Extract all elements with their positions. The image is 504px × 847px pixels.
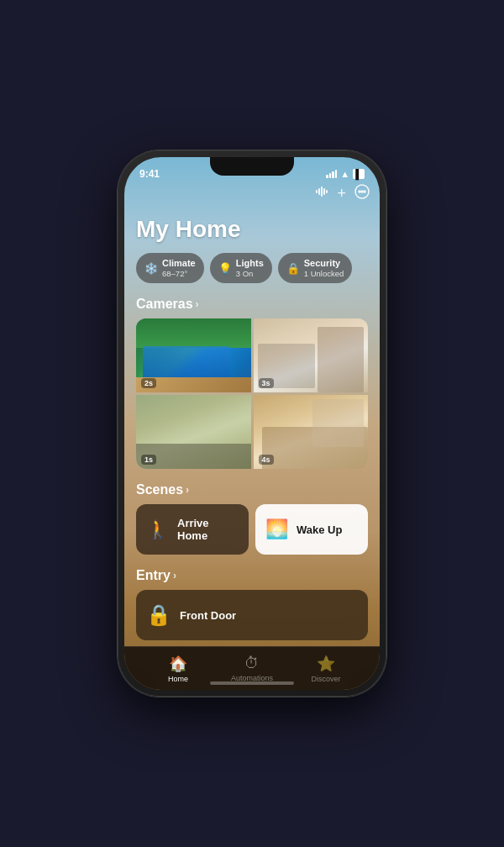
climate-icon: ❄️ (144, 262, 158, 275)
arrive-home-icon: 🚶 (146, 518, 169, 540)
camera-gym-label: 3s (259, 378, 274, 388)
svg-rect-1 (318, 188, 320, 195)
automations-tab-icon: ⏱ (244, 655, 260, 672)
climate-sub: 68–72° (162, 269, 196, 278)
camera-pool-label: 2s (141, 378, 156, 388)
entry-section-header[interactable]: Entry › (136, 568, 368, 583)
wifi-icon: ▲ (340, 169, 349, 179)
camera-living[interactable]: 4s (254, 395, 369, 469)
scene-arrive-home[interactable]: 🚶 Arrive Home (136, 504, 249, 555)
phone-frame: 9:41 ▲ ▌ (118, 150, 386, 697)
header-toolbar: + (315, 184, 370, 203)
entry-front-door[interactable]: 🔒 Front Door (136, 590, 368, 640)
phone-screen: 9:41 ▲ ▌ (124, 157, 380, 690)
battery-icon: ▌ (353, 169, 365, 179)
signal-icon (326, 170, 337, 178)
wake-up-label: Wake Up (297, 523, 342, 536)
security-sub: 1 Unlocked (304, 269, 344, 278)
scenes-grid: 🚶 Arrive Home 🌅 Wake Up (136, 504, 368, 555)
cameras-section-header[interactable]: Cameras › (136, 297, 368, 312)
tab-home[interactable]: 🏠 Home (141, 651, 215, 687)
lights-label: Lights (236, 258, 264, 269)
status-time: 9:41 (139, 168, 160, 180)
page-title: My Home (136, 216, 368, 243)
cameras-label: Cameras (136, 297, 193, 312)
svg-point-7 (361, 191, 363, 192)
security-icon: 🔒 (286, 262, 300, 275)
camera-grid: 2s 3s 1s (136, 318, 368, 469)
wake-up-icon: 🌅 (265, 518, 288, 540)
camera-pool[interactable]: 2s (136, 318, 251, 392)
status-icons: ▲ ▌ (326, 169, 365, 179)
voice-button[interactable] (315, 185, 328, 202)
content-area: My Home ❄️ Climate 68–72° 💡 Lights 3 On (124, 157, 380, 646)
security-label: Security (304, 258, 344, 269)
home-tab-icon: 🏠 (169, 655, 187, 673)
pill-climate[interactable]: ❄️ Climate 68–72° (136, 253, 204, 283)
scene-wake-up[interactable]: 🌅 Wake Up (255, 504, 368, 555)
camera-parking-label: 1s (141, 455, 156, 465)
front-door-label: Front Door (180, 609, 236, 622)
svg-rect-0 (316, 190, 318, 193)
scenes-label: Scenes (136, 482, 183, 497)
lights-icon: 💡 (218, 262, 232, 275)
climate-label: Climate (162, 258, 196, 269)
front-door-icon: 🔒 (146, 603, 171, 627)
svg-rect-4 (326, 190, 328, 193)
camera-living-label: 4s (259, 455, 274, 465)
svg-point-6 (359, 191, 360, 192)
camera-parking[interactable]: 1s (136, 395, 251, 469)
lights-sub: 3 On (236, 269, 264, 278)
tab-discover[interactable]: ⭐ Discover (289, 651, 363, 687)
arrive-home-label: Arrive Home (177, 517, 239, 542)
home-tab-label: Home (168, 675, 188, 683)
scenes-section-header[interactable]: Scenes › (136, 482, 368, 497)
notch (210, 157, 294, 176)
add-button[interactable]: + (337, 185, 346, 203)
cameras-chevron: › (196, 298, 199, 310)
entry-label: Entry (136, 568, 171, 583)
svg-rect-2 (321, 187, 323, 197)
discover-tab-icon: ⭐ (317, 655, 335, 673)
svg-rect-3 (323, 188, 325, 195)
scenes-chevron: › (186, 484, 189, 496)
tab-automations[interactable]: ⏱ Automations (215, 651, 289, 686)
pill-lights[interactable]: 💡 Lights 3 On (210, 253, 272, 283)
camera-gym[interactable]: 3s (254, 318, 369, 392)
more-button[interactable] (354, 184, 370, 203)
category-pills: ❄️ Climate 68–72° 💡 Lights 3 On 🔒 (136, 253, 368, 283)
discover-tab-label: Discover (311, 675, 340, 683)
entry-chevron: › (173, 570, 176, 581)
pill-security[interactable]: 🔒 Security 1 Unlocked (278, 253, 353, 283)
svg-point-8 (364, 191, 365, 192)
home-indicator (210, 681, 294, 685)
